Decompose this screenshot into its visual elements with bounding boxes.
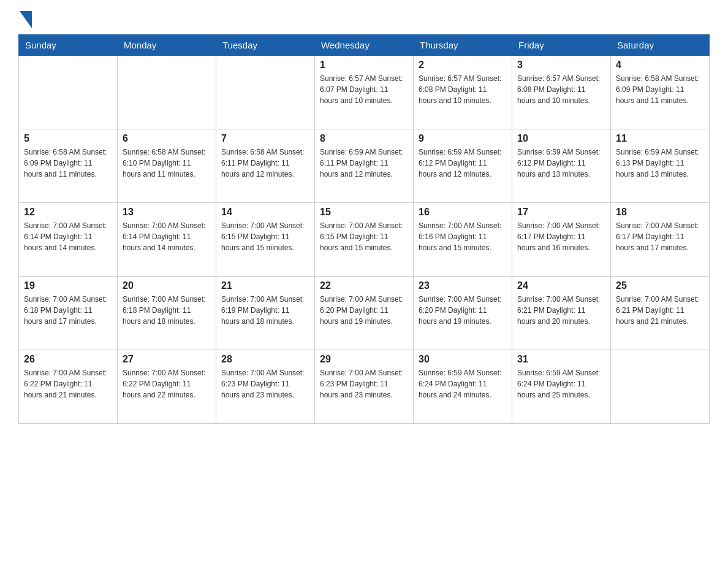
calendar-cell: 1Sunrise: 6:57 AM Sunset: 6:07 PM Daylig… — [315, 56, 414, 129]
calendar-cell: 31Sunrise: 6:59 AM Sunset: 6:24 PM Dayli… — [512, 350, 611, 424]
day-info: Sunrise: 6:57 AM Sunset: 6:08 PM Dayligh… — [419, 73, 507, 106]
calendar-week-row: 12Sunrise: 7:00 AM Sunset: 6:14 PM Dayli… — [19, 203, 710, 277]
day-info: Sunrise: 6:59 AM Sunset: 6:13 PM Dayligh… — [616, 147, 704, 180]
day-number: 21 — [221, 280, 309, 291]
day-info: Sunrise: 7:00 AM Sunset: 6:16 PM Dayligh… — [419, 220, 507, 253]
svg-marker-0 — [20, 11, 32, 28]
day-info: Sunrise: 7:00 AM Sunset: 6:20 PM Dayligh… — [320, 294, 408, 327]
calendar-cell: 25Sunrise: 7:00 AM Sunset: 6:21 PM Dayli… — [611, 277, 710, 350]
calendar-header-saturday: Saturday — [611, 35, 710, 56]
calendar-cell: 10Sunrise: 6:59 AM Sunset: 6:12 PM Dayli… — [512, 129, 611, 203]
calendar-cell — [19, 56, 118, 129]
calendar-table: SundayMondayTuesdayWednesdayThursdayFrid… — [18, 34, 710, 424]
calendar-cell: 17Sunrise: 7:00 AM Sunset: 6:17 PM Dayli… — [512, 203, 611, 277]
day-number: 26 — [24, 354, 112, 365]
day-number: 24 — [517, 280, 605, 291]
day-info: Sunrise: 6:59 AM Sunset: 6:11 PM Dayligh… — [320, 147, 408, 180]
calendar-cell — [216, 56, 315, 129]
calendar-cell: 8Sunrise: 6:59 AM Sunset: 6:11 PM Daylig… — [315, 129, 414, 203]
day-number: 14 — [221, 207, 309, 218]
day-info: Sunrise: 7:00 AM Sunset: 6:19 PM Dayligh… — [221, 294, 309, 327]
day-number: 2 — [419, 59, 507, 71]
calendar-cell: 11Sunrise: 6:59 AM Sunset: 6:13 PM Dayli… — [611, 129, 710, 203]
calendar-week-row: 26Sunrise: 7:00 AM Sunset: 6:22 PM Dayli… — [19, 350, 710, 424]
day-info: Sunrise: 7:00 AM Sunset: 6:14 PM Dayligh… — [123, 220, 211, 253]
day-info: Sunrise: 7:00 AM Sunset: 6:15 PM Dayligh… — [221, 220, 309, 253]
calendar-header-friday: Friday — [512, 35, 611, 56]
calendar-week-row: 19Sunrise: 7:00 AM Sunset: 6:18 PM Dayli… — [19, 277, 710, 350]
day-info: Sunrise: 6:57 AM Sunset: 6:08 PM Dayligh… — [517, 73, 605, 106]
day-info: Sunrise: 6:58 AM Sunset: 6:11 PM Dayligh… — [221, 147, 309, 180]
day-number: 27 — [123, 354, 211, 365]
day-info: Sunrise: 7:00 AM Sunset: 6:14 PM Dayligh… — [24, 220, 112, 253]
day-number: 10 — [517, 133, 605, 144]
day-number: 6 — [123, 133, 211, 144]
calendar-cell — [118, 56, 216, 129]
calendar-cell: 9Sunrise: 6:59 AM Sunset: 6:12 PM Daylig… — [414, 129, 512, 203]
day-number: 29 — [320, 354, 408, 365]
calendar-header-tuesday: Tuesday — [216, 35, 315, 56]
day-number: 28 — [221, 354, 309, 365]
calendar-cell: 5Sunrise: 6:58 AM Sunset: 6:09 PM Daylig… — [19, 129, 118, 203]
day-info: Sunrise: 7:00 AM Sunset: 6:15 PM Dayligh… — [320, 220, 408, 253]
day-number: 13 — [123, 207, 211, 218]
day-number: 4 — [616, 59, 704, 71]
page-header — [18, 12, 710, 28]
calendar-cell: 2Sunrise: 6:57 AM Sunset: 6:08 PM Daylig… — [414, 56, 512, 129]
calendar-cell: 28Sunrise: 7:00 AM Sunset: 6:23 PM Dayli… — [216, 350, 315, 424]
calendar-cell: 14Sunrise: 7:00 AM Sunset: 6:15 PM Dayli… — [216, 203, 315, 277]
day-info: Sunrise: 7:00 AM Sunset: 6:22 PM Dayligh… — [24, 367, 112, 400]
calendar-cell: 30Sunrise: 6:59 AM Sunset: 6:24 PM Dayli… — [414, 350, 512, 424]
day-info: Sunrise: 6:58 AM Sunset: 6:09 PM Dayligh… — [616, 73, 704, 106]
day-number: 31 — [517, 354, 605, 365]
day-info: Sunrise: 7:00 AM Sunset: 6:20 PM Dayligh… — [419, 294, 507, 327]
day-number: 16 — [419, 207, 507, 218]
day-number: 19 — [24, 280, 112, 291]
calendar-header-row: SundayMondayTuesdayWednesdayThursdayFrid… — [19, 35, 710, 56]
calendar-cell: 12Sunrise: 7:00 AM Sunset: 6:14 PM Dayli… — [19, 203, 118, 277]
day-number: 23 — [419, 280, 507, 291]
day-info: Sunrise: 7:00 AM Sunset: 6:21 PM Dayligh… — [616, 294, 704, 327]
calendar-cell: 26Sunrise: 7:00 AM Sunset: 6:22 PM Dayli… — [19, 350, 118, 424]
calendar-cell: 27Sunrise: 7:00 AM Sunset: 6:22 PM Dayli… — [118, 350, 216, 424]
calendar-header-monday: Monday — [118, 35, 216, 56]
calendar-header-thursday: Thursday — [414, 35, 512, 56]
day-info: Sunrise: 6:59 AM Sunset: 6:24 PM Dayligh… — [517, 367, 605, 400]
day-info: Sunrise: 7:00 AM Sunset: 6:17 PM Dayligh… — [616, 220, 704, 253]
calendar-header-sunday: Sunday — [19, 35, 118, 56]
day-number: 25 — [616, 280, 704, 291]
day-info: Sunrise: 6:59 AM Sunset: 6:24 PM Dayligh… — [419, 367, 507, 400]
calendar-cell: 7Sunrise: 6:58 AM Sunset: 6:11 PM Daylig… — [216, 129, 315, 203]
day-info: Sunrise: 7:00 AM Sunset: 6:18 PM Dayligh… — [24, 294, 112, 327]
logo — [18, 12, 32, 28]
calendar-cell: 15Sunrise: 7:00 AM Sunset: 6:15 PM Dayli… — [315, 203, 414, 277]
day-info: Sunrise: 6:59 AM Sunset: 6:12 PM Dayligh… — [517, 147, 605, 180]
calendar-cell: 13Sunrise: 7:00 AM Sunset: 6:14 PM Dayli… — [118, 203, 216, 277]
day-info: Sunrise: 7:00 AM Sunset: 6:22 PM Dayligh… — [123, 367, 211, 400]
calendar-cell: 29Sunrise: 7:00 AM Sunset: 6:23 PM Dayli… — [315, 350, 414, 424]
calendar-cell: 4Sunrise: 6:58 AM Sunset: 6:09 PM Daylig… — [611, 56, 710, 129]
day-number: 3 — [517, 59, 605, 71]
day-number: 17 — [517, 207, 605, 218]
calendar-cell: 21Sunrise: 7:00 AM Sunset: 6:19 PM Dayli… — [216, 277, 315, 350]
day-info: Sunrise: 7:00 AM Sunset: 6:23 PM Dayligh… — [320, 367, 408, 400]
day-number: 22 — [320, 280, 408, 291]
day-info: Sunrise: 6:57 AM Sunset: 6:07 PM Dayligh… — [320, 73, 408, 106]
calendar-cell: 24Sunrise: 7:00 AM Sunset: 6:21 PM Dayli… — [512, 277, 611, 350]
calendar-header-wednesday: Wednesday — [315, 35, 414, 56]
day-number: 18 — [616, 207, 704, 218]
day-info: Sunrise: 7:00 AM Sunset: 6:23 PM Dayligh… — [221, 367, 309, 400]
day-info: Sunrise: 7:00 AM Sunset: 6:17 PM Dayligh… — [517, 220, 605, 253]
calendar-body: 1Sunrise: 6:57 AM Sunset: 6:07 PM Daylig… — [19, 56, 710, 424]
day-number: 30 — [419, 354, 507, 365]
calendar-cell: 18Sunrise: 7:00 AM Sunset: 6:17 PM Dayli… — [611, 203, 710, 277]
day-info: Sunrise: 6:58 AM Sunset: 6:10 PM Dayligh… — [123, 147, 211, 180]
calendar-cell: 16Sunrise: 7:00 AM Sunset: 6:16 PM Dayli… — [414, 203, 512, 277]
calendar-cell: 19Sunrise: 7:00 AM Sunset: 6:18 PM Dayli… — [19, 277, 118, 350]
day-number: 12 — [24, 207, 112, 218]
day-number: 8 — [320, 133, 408, 144]
day-number: 20 — [123, 280, 211, 291]
logo-triangle-icon — [20, 11, 32, 28]
calendar-week-row: 1Sunrise: 6:57 AM Sunset: 6:07 PM Daylig… — [19, 56, 710, 129]
calendar-cell: 3Sunrise: 6:57 AM Sunset: 6:08 PM Daylig… — [512, 56, 611, 129]
